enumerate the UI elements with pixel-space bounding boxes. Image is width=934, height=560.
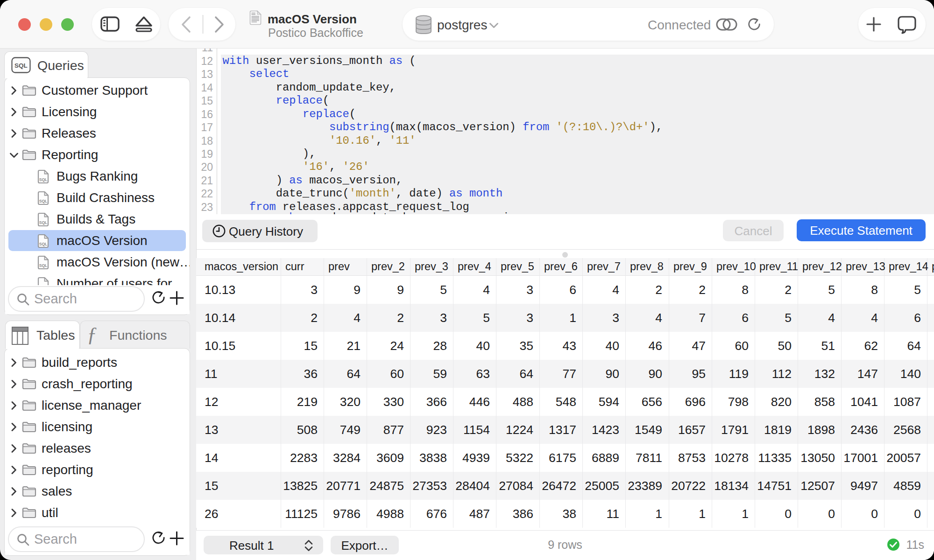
- svg-text:SQL: SQL: [14, 62, 28, 69]
- svg-text:SQL: SQL: [39, 220, 47, 225]
- svg-text:SQL: SQL: [39, 263, 47, 268]
- svg-text:SQL: SQL: [39, 242, 47, 246]
- svg-text:SQL: SQL: [39, 199, 47, 203]
- svg-text:SQL: SQL: [39, 177, 47, 182]
